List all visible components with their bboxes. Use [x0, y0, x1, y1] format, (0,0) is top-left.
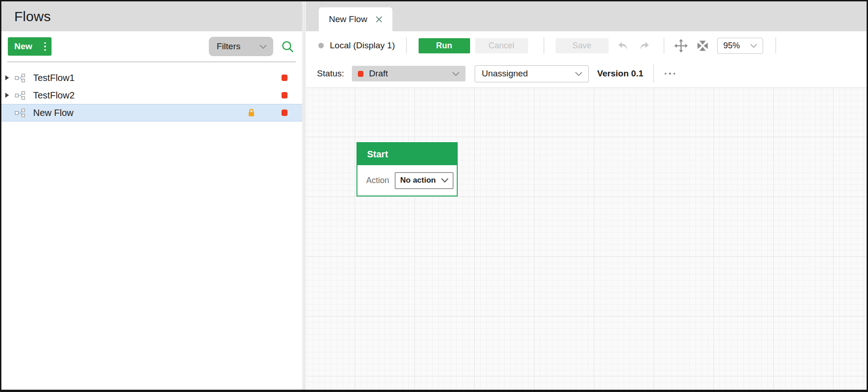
action-dropdown[interactable]: No action [395, 172, 454, 189]
flow-canvas[interactable]: Start Action No action [306, 87, 867, 390]
filters-label: Filters [217, 41, 241, 52]
chevron-down-icon [750, 44, 757, 48]
redo-icon[interactable] [638, 40, 651, 52]
save-button[interactable]: Save [556, 38, 609, 53]
flow-list-item-testflow2[interactable]: TestFlow2 [1, 86, 302, 104]
start-node-body: Action No action [357, 165, 457, 196]
lock-icon [247, 108, 256, 118]
new-button-menu-icon[interactable] [39, 42, 52, 51]
flow-icon [14, 90, 26, 101]
chevron-down-icon [441, 178, 448, 183]
more-options-icon[interactable] [663, 69, 678, 79]
filters-dropdown[interactable]: Filters [209, 37, 273, 56]
chevron-down-icon [259, 45, 267, 49]
pan-move-icon[interactable] [674, 39, 688, 53]
start-node[interactable]: Start Action No action [356, 142, 458, 196]
flow-status-bar: Status: Draft Unassigned Version 0.1 [306, 60, 867, 87]
expand-caret-icon[interactable] [5, 92, 11, 98]
flows-sidebar: Flows New Filters [1, 1, 302, 390]
run-button[interactable]: Run [419, 38, 470, 53]
sidebar-header: Flows [1, 1, 302, 31]
cancel-button[interactable]: Cancel [475, 38, 528, 53]
flow-status-square-icon [282, 110, 287, 116]
action-value: No action [400, 176, 436, 185]
app-window: Flows New Filters [0, 0, 868, 392]
page-title: Flows [14, 9, 51, 24]
runtime-target-label: Local (Display 1) [330, 40, 395, 51]
tab-new-flow[interactable]: New Flow [319, 7, 392, 31]
zoom-level-value: 95% [724, 41, 740, 51]
chevron-down-icon [575, 72, 582, 76]
flow-list-item-testflow1[interactable]: TestFlow1 [1, 69, 302, 86]
fit-to-screen-icon[interactable] [696, 39, 709, 52]
status-value: Draft [369, 69, 452, 79]
assignee-value: Unassigned [482, 69, 575, 79]
tab-bar: New Flow [306, 1, 867, 31]
action-field-label: Action [366, 176, 389, 185]
flow-icon [14, 107, 26, 119]
draft-status-square-icon [358, 71, 363, 77]
version-label: Version 0.1 [597, 69, 643, 79]
search-icon[interactable] [280, 39, 295, 54]
toolbar-divider [664, 37, 664, 54]
sidebar-resize-divider[interactable] [302, 1, 305, 390]
flow-list-item-new-flow[interactable]: New Flow [1, 104, 302, 121]
flow-icon [14, 72, 26, 84]
new-flow-button[interactable]: New [8, 37, 52, 56]
status-label: Status: [317, 69, 344, 79]
chevron-down-icon [452, 72, 460, 76]
editor-toolbar: Local (Display 1) Run Cancel Save [306, 31, 867, 60]
toolbar-divider [406, 37, 407, 54]
flow-status-square-icon [282, 92, 287, 98]
start-node-title: Start [357, 143, 457, 165]
flow-status-square-icon [282, 75, 287, 81]
expand-caret-icon[interactable] [5, 75, 11, 81]
runtime-status-dot-icon [318, 43, 324, 48]
zoom-level-dropdown[interactable]: 95% [717, 38, 763, 54]
close-tab-icon[interactable] [375, 16, 383, 23]
flow-name: TestFlow2 [33, 90, 75, 101]
assignee-dropdown[interactable]: Unassigned [475, 65, 589, 82]
flow-name: TestFlow1 [33, 73, 75, 83]
sidebar-toolbar: New Filters [1, 31, 302, 62]
tab-label: New Flow [329, 14, 367, 24]
undo-icon[interactable] [616, 40, 629, 52]
editor-panel: New Flow Local (Display 1) Run Cancel Sa… [306, 1, 867, 390]
new-button-label: New [14, 41, 39, 52]
statusbar-divider [653, 64, 654, 83]
flow-name: New Flow [33, 108, 74, 118]
sidebar-toolbar-right: Filters [209, 37, 295, 56]
toolbar-divider [544, 37, 544, 54]
flow-list: TestFlow1 TestFlow2 [1, 62, 302, 121]
status-dropdown[interactable]: Draft [352, 66, 466, 81]
toolbar-divider [776, 37, 776, 54]
